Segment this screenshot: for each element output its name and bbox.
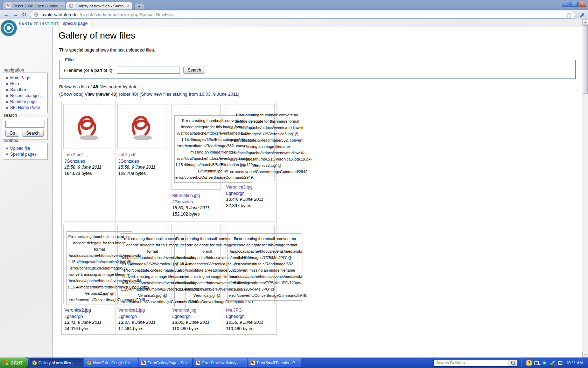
sidebar-item-main-page[interactable]: Main Page: [6, 75, 47, 81]
reload-icon[interactable]: ↻: [22, 12, 26, 18]
thumbnail-error-text: Error creating thumbnail: convert: no de…: [227, 233, 302, 301]
user-link[interactable]: Lgheorgh: [64, 314, 113, 320]
pdf-icon: [76, 110, 101, 143]
user-link[interactable]: JGonzales: [172, 199, 221, 205]
scrollbar-thumb[interactable]: [583, 25, 588, 94]
older-link[interactable]: (older 48): [119, 91, 138, 97]
hidden-icons-chevron-icon[interactable]: ‹: [542, 360, 547, 366]
taskbar-button-errorpreviewhistory[interactable]: ErrorPreviewHistory - ...: [194, 359, 247, 367]
gallery-item: Error creating thumbnail: convert: no de…: [223, 101, 277, 222]
tab-special-page[interactable]: special page: [58, 20, 92, 27]
scroll-up-icon[interactable]: ▲: [582, 19, 588, 25]
network-icon[interactable]: [558, 361, 562, 365]
file-link[interactable]: Lab 2.pdf: [64, 152, 113, 158]
user-link[interactable]: Lgheorgh: [226, 314, 275, 320]
file-link[interactable]: Veronica3.jpg: [226, 184, 275, 191]
bullet-icon: [6, 154, 8, 155]
bullet-icon: [6, 95, 8, 97]
user-link[interactable]: JGonzales: [64, 158, 113, 165]
filter-fieldset: Filter Filename (or a part of it): Searc…: [59, 57, 576, 79]
back-icon[interactable]: ←: [4, 12, 9, 18]
sidebar-item-sandbox[interactable]: Sandbox: [6, 87, 47, 93]
wireless-disconnected-icon[interactable]: [550, 360, 555, 366]
search-icon[interactable]: [509, 360, 517, 366]
user-link[interactable]: JGonzales: [118, 158, 167, 165]
bullet-icon: [6, 148, 8, 149]
forward-icon[interactable]: →: [13, 12, 18, 18]
file-link[interactable]: Veronica.jpg: [172, 307, 221, 314]
sidebar-item-random-page[interactable]: Random page: [6, 99, 47, 105]
taskbar-button-new-tab[interactable]: New Tab - Google Ch...: [84, 359, 138, 367]
sidebar-item-label: Recent changes: [10, 93, 41, 99]
file-link[interactable]: Me.JPG: [226, 307, 275, 314]
file-link[interactable]: Bifurcation.jpg: [172, 193, 221, 199]
new-tab-button[interactable]: +: [134, 4, 144, 9]
show-bots-link[interactable]: (Show bots): [59, 91, 83, 97]
file-link[interactable]: Veronica2.jpg: [64, 307, 113, 314]
start-button[interactable]: start: [0, 357, 28, 368]
start-label: start: [10, 360, 23, 366]
sidebar-item-recent-changes[interactable]: Recent changes: [6, 93, 47, 99]
close-tab-icon[interactable]: ×: [61, 4, 63, 8]
tab-gmail-ticket[interactable]: M Ticket 2308 Open (Updated) ×: [3, 2, 66, 9]
minimize-button[interactable]: —: [562, 2, 569, 7]
search-portlet: Go Search: [3, 118, 48, 140]
gallery-item: Error creating thumbnail: convert: no de…: [223, 222, 277, 335]
show-new-files-link[interactable]: (Show new files starting from 16:03, 9 J…: [138, 91, 239, 97]
sidebar-item-special-pages[interactable]: Special pages: [6, 151, 47, 157]
pdf-icon: [130, 110, 155, 143]
system-tray: ? ‹ 10:11 AM: [522, 357, 588, 368]
sidebar-search-button[interactable]: Search: [22, 130, 44, 137]
sfi-logo[interactable]: [1, 20, 17, 36]
sidebar-item-label: Upload file: [10, 145, 30, 151]
filename-input[interactable]: [117, 67, 180, 74]
close-button[interactable]: ✕: [579, 2, 586, 7]
gallery-item: Lab 2.pdf JGonzales 15:58, 9 June 2011 1…: [61, 101, 115, 222]
sidebar-item-upload-file[interactable]: Upload file: [6, 145, 47, 151]
display-tray-icon[interactable]: [534, 361, 539, 365]
sidebar-item-label: Sandbox: [10, 87, 27, 93]
user-link[interactable]: Lgheorgh: [118, 314, 167, 320]
user-link[interactable]: Lgheorgh: [226, 191, 275, 197]
sidebar-item-help[interactable]: Help: [6, 81, 47, 87]
restore-button[interactable]: ❐: [570, 2, 578, 7]
taskbar-button-errorsmallthumbs[interactable]: ErrorSmallThumbs - P...: [248, 359, 301, 367]
taskbar-button-errorgallerypage[interactable]: ErrorGalleryPage - Paint: [139, 359, 192, 367]
user-link[interactable]: Lgheorgh: [172, 314, 221, 320]
gallery-item: Error creating thumbnail: convert: no de…: [61, 222, 115, 335]
file-date: 15:58, 9 June 2011: [64, 164, 113, 171]
scrollbar[interactable]: ▲ ▼: [582, 19, 588, 357]
windows-flag-icon: [3, 360, 8, 366]
window-controls: — ❐ ✕: [562, 2, 586, 7]
navigation-portlet: Main Page Help Sandbox Recent changes Ra…: [3, 73, 48, 113]
tab-gallery-active[interactable]: Gallery of new files - Santa Fe ×: [66, 2, 132, 9]
scroll-down-icon[interactable]: ▼: [582, 352, 588, 357]
globe-icon: [34, 12, 38, 17]
search-desktop-input[interactable]: Search Desktop: [433, 359, 517, 367]
go-button[interactable]: Go: [5, 130, 19, 137]
sidebar-item-label: Help: [10, 81, 19, 87]
paint-icon: [196, 360, 201, 365]
portlet-title-search: search: [4, 113, 17, 118]
address-bar[interactable]: tuvalu.santafe.edu/events/workshops/inde…: [30, 11, 575, 19]
help-tray-icon[interactable]: ?: [526, 360, 532, 366]
filename-label: Filename (or a part of it):: [64, 68, 113, 73]
bookmark-star-icon[interactable]: [566, 12, 572, 17]
sidebar-search-input[interactable]: [5, 121, 44, 128]
sidebar-item-sfi-home[interactable]: SFI Home Page: [6, 105, 47, 111]
bullet-icon: [6, 107, 8, 109]
gallery-item: Error creating thumbnail: convert: no de…: [169, 101, 223, 222]
file-gallery: Lab 2.pdf JGonzales 15:58, 9 June 2011 1…: [61, 101, 278, 335]
bullet-icon: [6, 77, 8, 79]
wrench-menu-icon[interactable]: [579, 12, 584, 18]
file-link[interactable]: Lab1.pdf: [118, 152, 167, 158]
thumbnail-frame[interactable]: [117, 104, 167, 149]
filter-search-button[interactable]: Search: [183, 67, 205, 74]
taskbar-button-gallery[interactable]: Gallery of new files - ...: [30, 359, 83, 367]
gallery-item: Error creating thumbnail: convert: no de…: [115, 222, 169, 335]
thumbnail-frame[interactable]: [63, 104, 113, 149]
sidebar-item-label: SFI Home Page: [10, 105, 40, 111]
portlet-title-navigation: navigation: [4, 67, 24, 73]
file-link[interactable]: Veronica1.jpg: [118, 307, 167, 314]
close-tab-icon[interactable]: ×: [127, 4, 129, 8]
